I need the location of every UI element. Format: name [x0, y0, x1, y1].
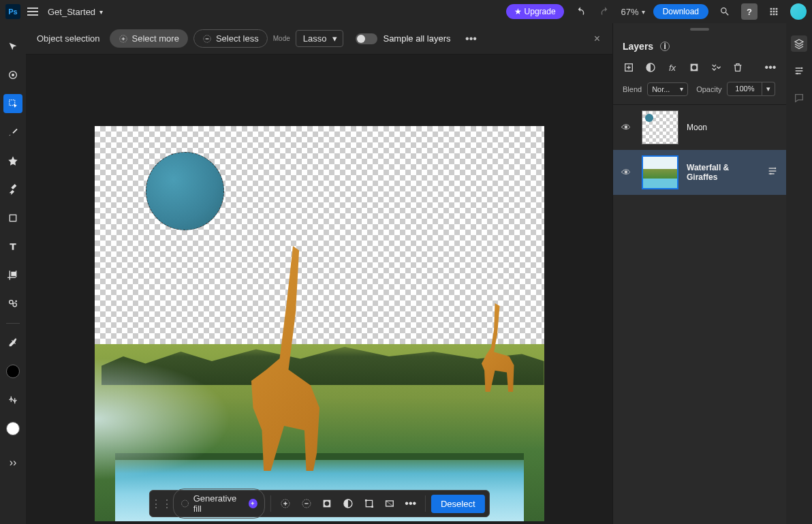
select-less-label: Select less	[216, 33, 259, 44]
blend-opacity-row: Blend Nor...▾ Opacity 100% ▾	[613, 78, 786, 105]
visibility-toggle-icon[interactable]: 👁	[621, 167, 634, 178]
group-icon[interactable]	[710, 61, 722, 74]
generative-fill-button[interactable]: Generative fill ✦	[172, 489, 265, 519]
layers-panel: Layers i fx ••• Blend Nor...▾ Opacity 10…	[612, 23, 786, 524]
divider	[270, 495, 271, 512]
layers-actions-row: fx •••	[613, 57, 786, 78]
svg-point-23	[775, 168, 777, 170]
add-selection-icon[interactable]	[277, 494, 295, 513]
select-more-button[interactable]: Select more	[110, 29, 188, 48]
mode-select[interactable]: Lasso	[296, 30, 344, 47]
opacity-input[interactable]: 100%	[727, 82, 762, 96]
more-tools-icon[interactable]: ››	[3, 453, 22, 472]
layer-thumbnail[interactable]	[642, 110, 678, 144]
add-layer-icon[interactable]	[623, 61, 635, 74]
layer-row[interactable]: 👁 Moon	[613, 105, 786, 150]
eyedropper-tool[interactable]	[3, 333, 22, 352]
svg-point-9	[181, 500, 188, 507]
canvas-viewport[interactable]	[26, 55, 612, 524]
brush-tool[interactable]	[3, 123, 22, 142]
more-options-icon[interactable]: •••	[463, 31, 479, 47]
healing-tool[interactable]	[3, 151, 22, 170]
panel-grab-handle[interactable]	[613, 23, 786, 35]
search-icon[interactable]	[717, 3, 733, 20]
foreground-color[interactable]	[3, 362, 22, 381]
svg-point-26	[796, 73, 798, 75]
canvas[interactable]	[95, 126, 544, 521]
clone-tool[interactable]	[3, 180, 22, 199]
svg-point-13	[325, 502, 330, 506]
undo-button[interactable]	[572, 3, 589, 20]
layer-name: Waterfall & Giraffes	[687, 163, 759, 182]
move-taskbar-handle[interactable]: ⋮⋮	[153, 495, 170, 512]
selection-tool[interactable]	[3, 94, 22, 113]
moon-selection[interactable]	[146, 152, 224, 230]
close-options-button[interactable]: ×	[589, 33, 606, 45]
adjustments-tool[interactable]	[3, 294, 22, 313]
svg-rect-15	[366, 500, 372, 506]
apps-grid-icon[interactable]	[766, 3, 782, 20]
more-taskbar-icon[interactable]: •••	[401, 494, 420, 513]
delete-layer-icon[interactable]	[732, 61, 744, 74]
layer-row[interactable]: 👁 Waterfall & Giraffes	[613, 150, 786, 195]
divider	[6, 323, 20, 324]
opacity-dropdown-button[interactable]: ▾	[762, 82, 775, 96]
mist-layer	[95, 358, 231, 480]
download-button[interactable]: Download	[653, 4, 708, 19]
zoom-value: 67%	[621, 7, 639, 17]
more-layer-actions-icon[interactable]: •••	[764, 61, 777, 74]
redo-button[interactable]	[597, 3, 613, 20]
ai-badge-icon: ✦	[249, 499, 257, 508]
properties-panel-icon[interactable]	[791, 63, 807, 79]
svg-point-25	[801, 67, 803, 70]
deselect-button[interactable]: Deselect	[431, 495, 485, 513]
move-tool[interactable]	[3, 37, 22, 56]
sample-all-layers-toggle[interactable]	[356, 33, 377, 44]
user-avatar[interactable]	[790, 3, 807, 20]
main-area: ›› Object selection Select more Select l…	[0, 23, 812, 524]
mask-icon[interactable]	[318, 494, 337, 513]
photoshop-logo-icon[interactable]: Ps	[5, 4, 20, 19]
object-selection-label: Object selection	[33, 33, 104, 44]
subtract-selection-icon[interactable]	[297, 494, 315, 513]
svg-point-6	[15, 300, 17, 303]
hamburger-menu-icon[interactable]	[27, 5, 41, 18]
transform-tool[interactable]	[3, 65, 22, 84]
zoom-dropdown[interactable]: 67% ▾	[621, 7, 645, 17]
divider	[425, 495, 426, 512]
invert-icon[interactable]	[339, 494, 358, 513]
mask-layer-icon[interactable]	[688, 61, 700, 74]
layers-panel-toggle-icon[interactable]	[791, 35, 807, 52]
svg-rect-17	[371, 506, 373, 508]
svg-point-4	[10, 300, 13, 304]
swap-colors-icon[interactable]	[3, 390, 22, 410]
layers-title: Layers	[623, 41, 653, 52]
visibility-toggle-icon[interactable]: 👁	[621, 122, 634, 133]
blend-mode-select[interactable]: Nor...▾	[647, 82, 688, 96]
select-less-button[interactable]: Select less	[193, 29, 268, 48]
fill-icon[interactable]	[381, 494, 399, 513]
help-button[interactable]: ?	[741, 3, 758, 20]
topbar-right: ★ Upgrade 67% ▾ Download ?	[506, 3, 807, 20]
shape-tool[interactable]	[3, 209, 22, 228]
fx-icon[interactable]: fx	[666, 61, 678, 74]
text-tool[interactable]	[3, 237, 22, 256]
background-color[interactable]	[3, 419, 22, 438]
layers-panel-header: Layers i	[613, 35, 786, 57]
comments-panel-icon[interactable]	[791, 90, 807, 106]
document-title: Get_Started	[48, 7, 95, 17]
layer-properties-icon[interactable]	[767, 166, 778, 179]
layer-list: 👁 Moon 👁 Waterfall & Giraffes	[613, 105, 786, 524]
upgrade-label: Upgrade	[525, 7, 556, 16]
upgrade-button[interactable]: ★ Upgrade	[506, 4, 564, 19]
svg-point-5	[13, 303, 16, 307]
adjustment-layer-icon[interactable]	[644, 61, 657, 74]
transform-selection-icon[interactable]	[360, 494, 378, 513]
sample-all-label: Sample all layers	[383, 33, 450, 44]
layer-thumbnail[interactable]	[642, 155, 678, 189]
options-bar: Object selection Select more Select less…	[26, 23, 612, 55]
right-rail	[786, 23, 812, 524]
document-title-dropdown[interactable]: Get_Started ▾	[48, 7, 103, 17]
info-icon[interactable]: i	[660, 42, 670, 51]
crop-tool[interactable]	[3, 266, 22, 285]
